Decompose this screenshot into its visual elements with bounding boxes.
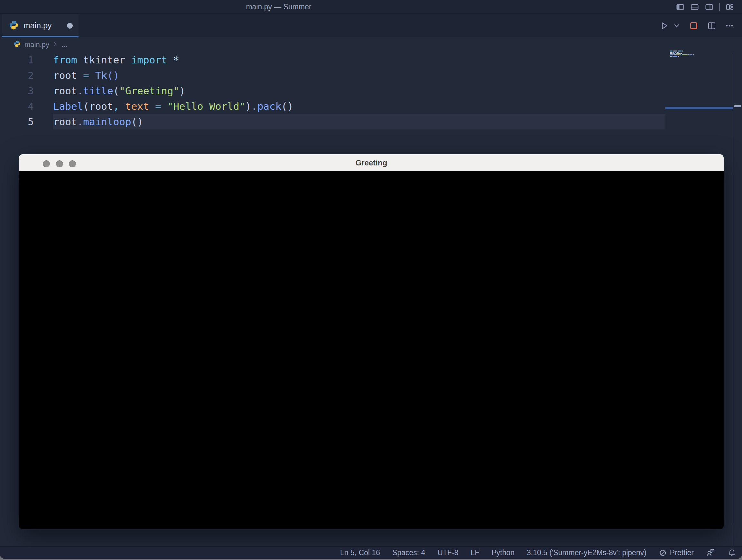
python-file-icon [9,20,19,31]
overview-ruler-cursor-mark [734,105,741,107]
status-prettier[interactable]: Prettier [659,548,694,557]
split-editor-button[interactable] [707,21,716,30]
titlebar-separator [719,3,720,11]
status-cursor-position[interactable]: Ln 5, Col 16 [340,548,380,557]
tab-label: main.py [23,21,52,30]
toggle-panel-icon[interactable] [690,3,699,12]
breadcrumb-item-file[interactable]: main.py [24,41,49,49]
code-line[interactable]: 2root = Tk() [0,67,742,83]
minimap-code-segment [670,51,673,51]
status-eol[interactable]: LF [471,548,479,557]
minimap-code-segment [670,56,673,57]
minimap-code-segment [682,51,683,51]
line-number: 5 [0,114,34,130]
run-dropdown-chevron-icon[interactable] [673,22,680,29]
minimap-code-segment [688,54,690,55]
status-python-interpreter[interactable]: 3.10.5 ('Summer-yE2Ms-8v': pipenv) [527,548,646,557]
status-indentation[interactable]: Spaces: 4 [392,548,425,557]
bell-icon[interactable] [728,548,736,557]
minimap-code-segment [673,53,675,54]
chevron-right-icon [52,41,58,49]
minimap-code-segment [670,52,673,53]
minimap-code-segment [673,52,674,53]
line-number: 2 [0,67,34,83]
code-lines: 1from tkinter import *2root = Tk()3root.… [0,52,742,130]
status-bar: Ln 5, Col 16 Spaces: 4 UTF-8 LF Python 3… [0,547,742,559]
customize-layout-icon[interactable] [725,3,734,12]
code-line[interactable]: 4Label(root, text = "Hello World").pack(… [0,99,742,114]
tk-window-titlebar[interactable]: Greeting [19,154,724,171]
scrollbar-divider [733,52,733,547]
code-line[interactable]: 5root.mainloop() [0,114,742,130]
minimap-code-segment [693,54,694,55]
tab-main-py[interactable]: main.py [2,14,78,37]
code-line[interactable]: 3root.title("Greeting") [0,83,742,99]
minimap-code-segment [673,51,677,51]
line-number: 3 [0,83,34,99]
minimap-code-segment [681,53,682,54]
line-number: 1 [0,52,34,67]
slash-circle-icon [659,549,667,557]
line-number: 4 [0,99,34,114]
more-actions-button[interactable] [725,21,734,30]
window-title: main.py — Summer [0,0,557,14]
breadcrumb: main.py ... [0,37,742,52]
tab-bar: main.py [0,14,742,37]
minimap-code-segment [677,54,680,55]
titlebar[interactable]: main.py — Summer [0,0,742,14]
feedback-icon[interactable] [706,548,715,557]
toggle-primary-sidebar-icon[interactable] [676,3,685,12]
code-line[interactable]: 1from tkinter import * [0,52,742,67]
minimap-current-line [666,107,733,109]
minimap-code-segment [678,51,682,51]
status-encoding[interactable]: UTF-8 [437,548,458,557]
unsaved-changes-dot[interactable] [67,23,73,29]
toggle-secondary-sidebar-icon[interactable] [705,3,714,12]
minimap-code-segment [675,52,676,53]
python-file-icon [13,40,20,49]
minimap-code-segment [690,54,692,55]
breadcrumb-item-symbol[interactable]: ... [61,41,67,49]
minimap-code-segment [674,54,677,55]
minimap-code-segment [680,54,681,55]
tk-window-content [19,171,724,529]
minimap-code-segment [670,53,673,54]
vscode-window: main.py — Summer [0,0,742,559]
minimap-code-segment [673,56,677,57]
run-button[interactable] [659,21,669,31]
minimap-code-segment [677,52,679,53]
stop-button[interactable] [689,21,698,30]
status-language-mode[interactable]: Python [491,548,515,557]
minimap-code-segment [670,54,673,55]
tk-window-title: Greeting [19,154,724,171]
minimap-code-segment [678,56,679,57]
minimap-code-segment [676,53,681,54]
minimap-code-segment [682,54,688,55]
tk-window: Greeting [19,154,724,529]
